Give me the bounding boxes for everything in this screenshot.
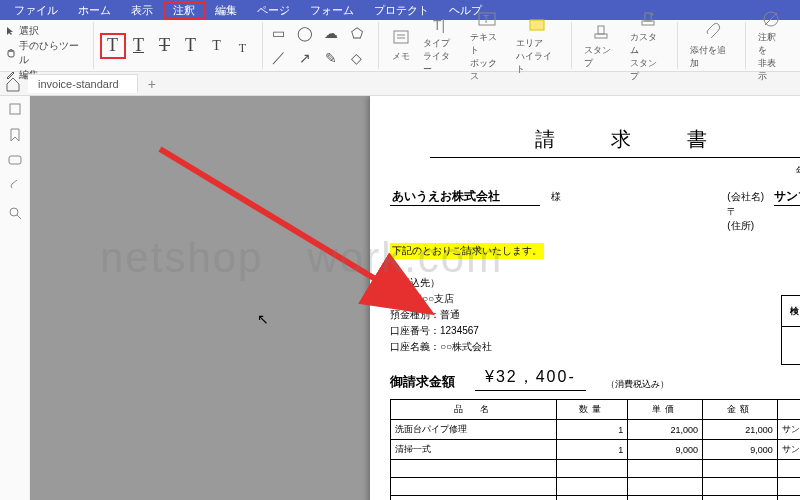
tax-note: （消費税込み） [606,378,669,391]
menu-form[interactable]: フォーム [300,1,364,20]
ribbon-mode-group: 選択 手のひらツール 編集 [4,22,94,69]
postal-mark: 〒 [727,206,737,217]
svg-rect-8 [598,26,604,34]
menu-home[interactable]: ホーム [68,1,121,20]
attachments-icon[interactable] [8,180,22,194]
polygon-tool[interactable]: ⬠ [347,23,367,43]
highlight-text-tool[interactable]: T [100,33,126,59]
underline-tool[interactable]: T [126,33,152,59]
client-suffix: 様 [551,191,561,202]
document-tab[interactable]: invoice-standard [28,74,138,93]
table-row [391,478,801,496]
svg-point-16 [10,208,18,216]
rect-tool[interactable]: ▭ [269,23,289,43]
textbox-tool[interactable]: Tテキスト ボックス [464,7,510,85]
attach-group: 添付を追加 [678,22,746,69]
cursor-icon: ↖ [257,311,269,327]
line-tool[interactable]: ／ [269,48,289,68]
new-tab-button[interactable]: + [138,76,166,92]
svg-rect-7 [595,34,607,38]
strikeout-tool[interactable]: T [152,33,178,59]
thumbnails-icon[interactable] [8,102,22,116]
table-row [391,496,801,501]
menu-view[interactable]: 表示 [121,1,163,20]
menu-annotate[interactable]: 注釈 [163,1,205,20]
invoice-document: 請 求 書 年 月 日 あいうえお株式会社 様 (会社名) サンプル株式会社 〒… [370,96,800,500]
eraser-tool[interactable]: ◇ [347,48,367,68]
hand-tool[interactable]: 手のひらツール [6,39,87,67]
svg-text:+: + [650,10,655,19]
svg-text:T: T [483,14,489,25]
addr-label: (住所) [727,220,754,231]
area-highlight-tool[interactable]: エリア ハイライト [510,13,565,78]
stamp-group: スタンプ +カスタム スタンプ [572,22,678,69]
bank-info: （振込先） ○○銀行○○支店 預金種別：普通 口座番号：1234567 口座名義… [390,275,800,355]
client-name: あいうえお株式会社 [390,189,540,206]
oval-tool[interactable]: ◯ [295,23,315,43]
tab-bar: invoice-standard + [0,72,800,96]
shape-tools: ▭ ◯ ☁ ⬠ ／ ↗ ✎ ◇ [263,22,380,69]
text-insert-group: メモ T|タイプ ライター Tテキスト ボックス エリア ハイライト [379,22,571,69]
menu-file[interactable]: ファイル [4,1,68,20]
bookmarks-icon[interactable] [8,128,22,142]
svg-rect-14 [10,104,20,114]
caret-tool[interactable]: T [204,33,230,59]
typewriter-tool[interactable]: T|タイプ ライター [417,13,463,78]
side-panel [0,96,30,500]
hide-annotations[interactable]: 注釈を 非表示 [752,7,790,85]
replace-tool[interactable]: T [230,36,256,62]
svg-line-17 [17,215,21,219]
company-label: (会社名) [727,191,764,202]
arrow-tool[interactable]: ↗ [295,48,315,68]
hide-group: 注釈を 非表示 [746,22,796,69]
stamp-box: 検 印担当者印 [781,295,800,365]
items-table: 品 名数量単価金額摘要 洗面台パイプ修理121,00021,000サンプル 清掃… [390,399,800,500]
select-tool[interactable]: 選択 [6,24,87,38]
svg-rect-15 [9,156,21,164]
menu-edit[interactable]: 編集 [205,1,247,20]
squiggly-tool[interactable]: T [178,33,204,59]
highlighted-text: 下記のとおりご請求いたします。 [390,243,544,259]
stamp-tool[interactable]: スタンプ [578,20,625,72]
attach-tool[interactable]: 添付を追加 [684,20,739,72]
note-tool[interactable]: メモ [385,26,417,65]
cloud-tool[interactable]: ☁ [321,23,341,43]
doc-title: 請 求 書 [430,126,800,158]
home-icon[interactable] [4,75,22,93]
company-name: サンプル株式会社 [774,189,800,206]
table-row: 洗面台パイプ修理121,00021,000サンプル [391,420,801,440]
svg-text:T|: T| [433,17,445,33]
table-row [391,460,801,478]
table-row: 清掃一式19,0009,000サンプル [391,440,801,460]
workspace: 請 求 書 年 月 日 あいうえお株式会社 様 (会社名) サンプル株式会社 〒… [0,96,800,500]
total-label: 御請求金額 [390,373,455,391]
total-amount: ¥32，400- [475,367,586,391]
menu-page[interactable]: ページ [247,1,300,20]
comments-icon[interactable] [8,154,22,168]
date-row: 年 月 日 [390,164,800,178]
menu-bar: ファイル ホーム 表示 注釈 編集 ページ フォーム プロテクト ヘルプ [0,0,800,20]
search-icon[interactable] [8,206,22,220]
ribbon: 選択 手のひらツール 編集 T T T T T T ▭ ◯ ☁ ⬠ ／ ↗ ✎ … [0,20,800,72]
svg-rect-6 [530,20,544,30]
custom-stamp-tool[interactable]: +カスタム スタンプ [624,7,671,85]
svg-rect-9 [642,21,654,25]
svg-rect-0 [394,31,408,43]
document-canvas[interactable]: 請 求 書 年 月 日 あいうえお株式会社 様 (会社名) サンプル株式会社 〒… [30,96,800,500]
svg-line-13 [765,13,777,25]
text-annotate-group: T T T T T T [94,22,263,69]
pencil-tool[interactable]: ✎ [321,48,341,68]
